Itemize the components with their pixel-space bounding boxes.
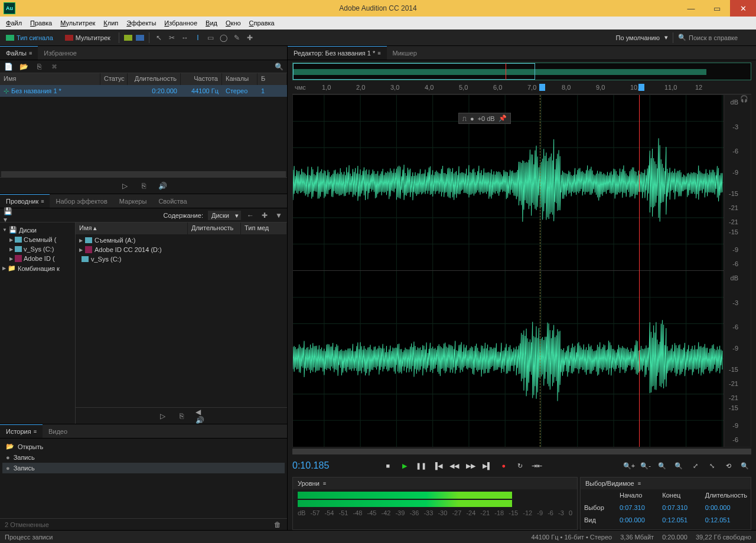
color-swatch-red-icon[interactable] [124, 35, 132, 41]
marquee-tool-icon[interactable]: ▭ [206, 33, 216, 42]
menu-effects[interactable]: Эффекты [123, 18, 159, 28]
history-row[interactable]: ●Запись [2, 463, 285, 473]
history-row[interactable]: 📂Открыть [2, 441, 285, 452]
tab-editor[interactable]: Редактор: Без названия 1 *≡ [288, 46, 387, 60]
tab-mixer[interactable]: Микшер [387, 46, 423, 60]
autoplay-icon[interactable]: ◀🔊 [195, 411, 205, 421]
play-button[interactable]: ▶ [398, 459, 411, 472]
tab-favorites[interactable]: Избранное [38, 46, 83, 60]
zoom-sel-icon[interactable]: 🔍 [672, 459, 685, 472]
gain-hud[interactable]: ⎍●+0 dB📌 [458, 113, 511, 124]
sel-start[interactable]: 0:07.310 [620, 504, 659, 515]
list-col-duration[interactable]: Длительность [188, 223, 241, 234]
mode-waveform-button[interactable]: Тип сигнала [2, 33, 57, 42]
overview-waveform[interactable]: ⚙ ☰ [292, 63, 751, 80]
trash-icon[interactable]: 🗑 [273, 520, 282, 529]
zoom-full-icon[interactable]: 🔍 [656, 459, 669, 472]
autoplay-icon[interactable]: 🔊 [158, 181, 167, 191]
loop-button[interactable]: ↻ [514, 459, 527, 472]
list-item[interactable]: ▶Adobe ID CC 2014 (D:) [77, 245, 286, 254]
pause-button[interactable]: ❚❚ [415, 459, 428, 472]
view-dur[interactable]: 0:12.051 [705, 516, 747, 527]
file-row[interactable]: ⊹Без названия 1 * 0:20.000 44100 Гц Стер… [0, 85, 287, 97]
heal-tool-icon[interactable]: ✚ [245, 33, 255, 42]
tab-fx[interactable]: Набор эффектов [50, 194, 113, 208]
color-swatch-icon[interactable] [136, 35, 144, 41]
list-item[interactable]: ▶Съемный (A:) [77, 235, 286, 245]
menu-view[interactable]: Вид [202, 18, 221, 28]
menu-window[interactable]: Окно [222, 18, 245, 28]
tab-explorer[interactable]: Проводник≡ [0, 194, 50, 208]
tree-item[interactable]: ▶Съемный ( [1, 235, 74, 244]
zoom-in-v-icon[interactable]: ⤢ [689, 459, 702, 472]
play-icon[interactable]: ▷ [120, 181, 129, 191]
move-tool-icon[interactable]: ↖ [154, 33, 164, 42]
view-start[interactable]: 0:00.000 [620, 516, 659, 527]
waveform-editor[interactable]: L R ⎍●+0 dB📌 dB -3 -6 -9 -15 -21 -21 -15 [292, 94, 751, 447]
list-col-media[interactable]: Тип мед [241, 223, 287, 234]
chevron-down-icon[interactable]: ▾ [664, 34, 668, 41]
tree-item[interactable]: ▶v_Sys (C:) [1, 244, 74, 254]
workspace-label[interactable]: По умолчанию [616, 34, 660, 41]
zoom-out-icon[interactable]: 🔍- [639, 459, 652, 472]
tab-video[interactable]: Видео [43, 424, 73, 438]
zoom-out-v-icon[interactable]: ⤡ [705, 459, 718, 472]
lasso-tool-icon[interactable]: ◯ [219, 33, 229, 42]
skip-back-button[interactable]: ▐◀ [431, 459, 444, 472]
overview-selection[interactable] [293, 63, 535, 80]
skip-fwd-button[interactable]: ▶▌ [481, 459, 494, 472]
col-channels[interactable]: Каналы [222, 73, 258, 85]
menu-favorites[interactable]: Избранное [161, 18, 201, 28]
col-bits[interactable]: Б [258, 73, 287, 85]
slip-tool-icon[interactable]: ↔ [180, 33, 190, 42]
col-status[interactable]: Статус [100, 73, 128, 85]
col-freq[interactable]: Частота [181, 73, 222, 85]
back-icon[interactable]: ← [246, 211, 255, 220]
forward-button[interactable]: ▶▶ [464, 459, 477, 472]
time-ruler[interactable]: чмс 1,0 2,0 3,0 4,0 5,0 6,0 7,0 8,0 9,0 … [292, 83, 751, 94]
headphone-icon[interactable]: 🎧 [740, 95, 751, 447]
razor-tool-icon[interactable]: ✂ [167, 33, 177, 42]
tab-markers[interactable]: Маркеры [113, 194, 153, 208]
in-point-marker[interactable] [539, 84, 545, 91]
tree-root[interactable]: ▼💾Диски [1, 225, 74, 235]
open-file-icon[interactable]: 📂 [19, 62, 28, 71]
tab-history[interactable]: История≡ [0, 424, 43, 438]
import-icon[interactable]: ⎘ [34, 62, 44, 71]
menu-multitrack[interactable]: Мультитрек [57, 18, 99, 28]
pin-icon[interactable]: 📌 [498, 115, 507, 122]
skip-selection-button[interactable]: ⇥⇤ [530, 459, 543, 472]
zoom-sel-in-icon[interactable]: 🔍 [738, 459, 751, 472]
list-item[interactable]: v_Sys (C:) [77, 254, 286, 264]
new-file-icon[interactable]: 📄 [4, 62, 13, 71]
tree-item[interactable]: ▶📁Комбинация к [1, 263, 74, 273]
history-row[interactable]: ●Запись [2, 452, 285, 463]
tree-item[interactable]: ▶Adobe ID ( [1, 254, 74, 263]
menu-file[interactable]: Файл [2, 18, 25, 28]
view-end[interactable]: 0:12.051 [662, 516, 701, 527]
menu-edit[interactable]: Правка [27, 18, 56, 28]
minimize-button[interactable]: — [678, 0, 704, 17]
zoom-reset-icon[interactable]: ⟲ [722, 459, 735, 472]
filter-icon[interactable]: ▼ [274, 211, 284, 220]
save-icon[interactable]: 💾▾ [4, 211, 13, 220]
brush-tool-icon[interactable]: ✎ [232, 33, 242, 42]
col-name[interactable]: Имя [0, 73, 100, 85]
playhead-marker[interactable] [638, 84, 644, 91]
stop-button[interactable]: ■ [382, 459, 395, 472]
content-dropdown[interactable]: Диски▾ [208, 211, 241, 220]
loop-icon[interactable]: ⎘ [177, 411, 186, 421]
scrollbar[interactable] [1, 171, 286, 177]
record-button[interactable]: ● [497, 459, 510, 472]
mode-multitrack-button[interactable]: Мультитрек [61, 33, 114, 42]
search-icon[interactable]: 🔍 [274, 62, 284, 71]
play-icon[interactable]: ▷ [158, 411, 167, 421]
tab-properties[interactable]: Свойства [152, 194, 193, 208]
tab-files[interactable]: Файлы≡ [0, 46, 38, 60]
help-search-input[interactable]: Поиск в справке [689, 34, 754, 41]
time-select-tool-icon[interactable]: I [193, 33, 203, 42]
loop-icon[interactable]: ⎘ [139, 181, 148, 191]
zoom-in-icon[interactable]: 🔍+ [623, 459, 636, 472]
maximize-button[interactable]: ▭ [704, 0, 730, 17]
sel-end[interactable]: 0:07.310 [662, 504, 701, 515]
